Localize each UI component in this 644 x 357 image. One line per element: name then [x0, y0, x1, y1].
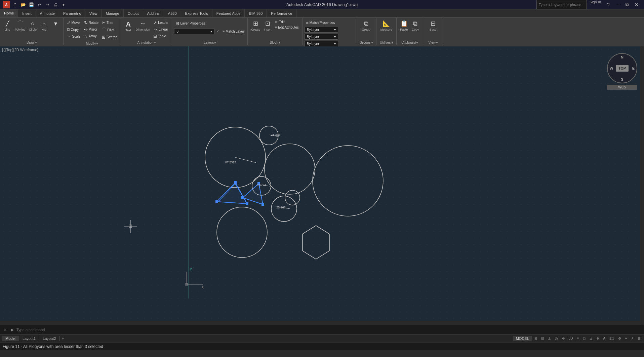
bottom-scrollbar[interactable] — [0, 321, 640, 325]
status-ortho-btn[interactable]: ⊥ — [547, 336, 552, 341]
help-btn[interactable]: ? — [604, 0, 613, 9]
status-osnap-btn[interactable]: ⊙ — [561, 336, 566, 341]
right-scrollbar[interactable] — [640, 46, 644, 325]
line-button[interactable]: ╱ Line — [2, 19, 13, 32]
scale-button[interactable]: ⤡Array — [83, 33, 100, 39]
status-polar-btn[interactable]: ◎ — [554, 336, 559, 341]
tab-home[interactable]: Home — [0, 9, 18, 17]
add-tab-btn[interactable]: + — [59, 335, 66, 342]
paste-button[interactable]: 📋 Paste — [399, 19, 409, 32]
status-grid-btn[interactable]: ⊞ — [533, 336, 538, 341]
copy-button[interactable]: ⧉Copy — [66, 26, 82, 33]
match-layer-button[interactable]: ≡ Match Layer — [221, 29, 245, 34]
tab-a360[interactable]: A360 — [164, 9, 181, 17]
array-button[interactable]: ⊞Stretch — [100, 34, 119, 40]
edit-attributes-button[interactable]: ≡Edit Attributes — [274, 25, 300, 30]
tab-layout2[interactable]: Layout2 — [39, 336, 59, 341]
utilities-label[interactable]: Utilities — [380, 40, 393, 44]
mirror-button[interactable]: ⇔Mirror — [83, 26, 100, 33]
tab-model[interactable]: Model — [2, 336, 19, 341]
layer-properties-button[interactable]: ⊟ Layer Properties — [174, 20, 206, 27]
tab-annotate[interactable]: Annotate — [36, 9, 59, 17]
tab-insert[interactable]: Insert — [18, 9, 36, 17]
circle-button[interactable]: ○ Circle — [28, 19, 38, 32]
qa-redo[interactable]: ↪ — [44, 2, 50, 8]
tab-express[interactable]: Express Tools — [181, 9, 212, 17]
rotate-button[interactable]: ↻Rotate — [83, 19, 100, 26]
tab-layout1[interactable]: Layout1 — [19, 336, 39, 341]
qa-undo[interactable]: ↩ — [36, 2, 42, 8]
copy-clip-button[interactable]: ⧉ Copy — [410, 19, 421, 32]
dimension-button[interactable]: ↔ Dimension — [134, 19, 152, 32]
model-mode-btn[interactable]: MODEL — [513, 336, 532, 341]
arc-button[interactable]: ⌢ Arc — [39, 19, 50, 32]
tab-addins[interactable]: Add-ins — [143, 9, 164, 17]
leader-button[interactable]: ↗Leader — [152, 19, 170, 26]
table-button[interactable]: ⊞Table — [152, 33, 170, 39]
cmd-play-btn[interactable]: ▶ — [9, 327, 15, 332]
match-properties-button[interactable]: ≋ Match Properties — [305, 20, 336, 25]
status-gizmo-btn[interactable]: ⊕ — [595, 336, 600, 341]
draw-more-btn[interactable]: ▾ — [50, 19, 61, 28]
status-lineweight-btn[interactable]: ≡ — [576, 336, 580, 341]
block-label[interactable]: Block — [270, 40, 280, 44]
tab-output[interactable]: Output — [124, 9, 143, 17]
status-scale-btn[interactable]: 1:1 — [608, 336, 615, 341]
status-select-btn[interactable]: ⊿ — [588, 336, 594, 341]
sign-in-btn[interactable]: Sign In — [587, 0, 604, 9]
color-dropdown[interactable]: ByLayer▾ — [305, 27, 338, 33]
status-expand-btn[interactable]: ↗ — [630, 336, 635, 341]
linetype-dropdown[interactable]: ByLayer▾ — [305, 34, 338, 40]
tab-featured[interactable]: Featured Apps — [212, 9, 245, 17]
insert-block-button[interactable]: ⊡ Insert — [262, 19, 273, 32]
viewport[interactable]: [-][Top][2D Wireframe] Y — [0, 46, 644, 325]
layers-items: ⊟ Layer Properties 0 ▾ ✓ ≡ Match Layer — [174, 19, 245, 40]
base-button[interactable]: ⊟ Base — [428, 19, 438, 32]
modify-label[interactable]: Modify — [86, 41, 98, 45]
compass-top-button[interactable]: TOP — [616, 65, 629, 72]
tab-view[interactable]: View — [85, 9, 102, 17]
view-label[interactable]: View — [428, 40, 438, 44]
measure-button[interactable]: 📐 Measure — [379, 19, 394, 32]
close-btn[interactable]: ✕ — [632, 0, 641, 9]
qa-dropdown[interactable]: ▾ — [61, 2, 67, 8]
qa-open[interactable]: 📂 — [20, 2, 26, 8]
status-units-btn[interactable]: ▾ — [624, 336, 628, 341]
move-button[interactable]: ⤢Move — [66, 19, 82, 26]
text-button[interactable]: A Text — [123, 19, 134, 33]
status-annotate-btn[interactable]: A — [602, 336, 607, 341]
layer-dropdown[interactable]: 0 ▾ — [174, 29, 214, 34]
polyline-button[interactable]: ⌒ Polyline — [13, 19, 27, 32]
draw-label[interactable]: Draw — [27, 40, 37, 44]
group-button[interactable]: ⧉ Group — [361, 19, 372, 32]
qa-print[interactable]: 🖨 — [52, 2, 58, 8]
status-workspace-btn[interactable]: ⚙ — [617, 336, 622, 341]
status-snap-btn[interactable]: ⊡ — [540, 336, 545, 341]
restore-btn[interactable]: ⧉ — [622, 0, 632, 9]
status-settings-btn[interactable]: ☰ — [636, 336, 642, 341]
layers-label[interactable]: Layers — [204, 40, 216, 44]
annotation-label[interactable]: Annotation — [137, 40, 156, 44]
cmd-close-btn[interactable]: ✕ — [2, 327, 8, 332]
status-transparent-btn[interactable]: ◻ — [581, 336, 587, 341]
stretch-button[interactable]: ↔Scale — [66, 33, 82, 40]
minimize-btn[interactable]: ─ — [613, 0, 622, 9]
lineweight-dropdown[interactable]: ByLayer▾ — [305, 41, 338, 47]
tab-manage[interactable]: Manage — [102, 9, 124, 17]
search-input[interactable] — [536, 0, 587, 9]
tab-bim360[interactable]: BIM 360 — [245, 9, 267, 17]
make-current-button[interactable]: ✓ — [215, 29, 220, 34]
clipboard-label[interactable]: Clipboard — [401, 40, 418, 44]
tab-parametric[interactable]: Parametric — [59, 9, 85, 17]
qa-save[interactable]: 💾 — [28, 2, 34, 8]
linear-button[interactable]: ↔Linear — [152, 26, 170, 33]
status-3d-btn[interactable]: 3D — [567, 336, 574, 341]
create-block-button[interactable]: ⊞ Create — [250, 19, 261, 32]
edit-block-button[interactable]: ✏Edit — [274, 19, 300, 25]
tab-performance[interactable]: Performance — [267, 9, 296, 17]
groups-label[interactable]: Groups — [360, 40, 373, 44]
trim-button[interactable]: ✂Trim — [100, 19, 119, 26]
fillet-button[interactable]: ⌒Fillet — [100, 26, 119, 34]
qa-new[interactable]: 🗋 — [12, 2, 18, 8]
command-input[interactable] — [16, 328, 642, 332]
